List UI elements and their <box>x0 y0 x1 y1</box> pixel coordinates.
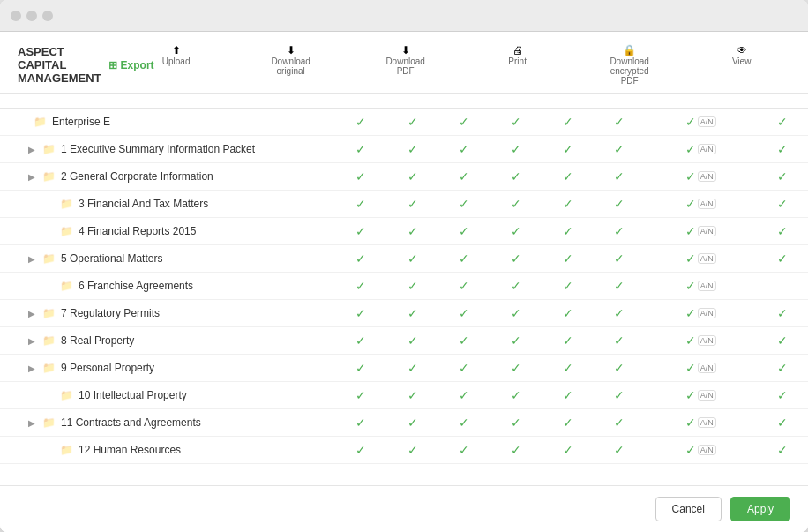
cell-download_enc[interactable]: ✓ <box>542 327 594 355</box>
cell-download_pdf[interactable]: ✓ <box>438 327 490 355</box>
cell-download_pdf[interactable]: ✓ <box>438 382 490 409</box>
cell-fence_view[interactable]: ✓A/N <box>645 109 756 136</box>
expand-button[interactable]: ▶ <box>26 172 37 182</box>
cell-print[interactable]: ✓ <box>490 136 542 163</box>
expand-button[interactable]: ▶ <box>26 336 37 346</box>
cell-download_pdf[interactable]: ✓ <box>438 355 490 382</box>
cell-download_original[interactable]: ✓ <box>387 382 439 409</box>
cell-upload[interactable]: ✓ <box>335 355 387 382</box>
cell-print[interactable]: ✓ <box>490 109 542 136</box>
cell-download_enc[interactable]: ✓ <box>542 382 594 409</box>
cell-none[interactable]: ✓ <box>756 136 808 163</box>
cell-download_enc[interactable]: ✓ <box>542 218 594 245</box>
cell-print[interactable]: ✓ <box>490 327 542 355</box>
cell-download_enc[interactable]: ✓ <box>542 409 594 437</box>
cell-fence_view[interactable]: ✓A/N <box>645 409 756 437</box>
cell-none[interactable]: ✓ <box>756 355 808 382</box>
expand-button[interactable]: ▶ <box>26 145 37 154</box>
cell-view[interactable]: ✓ <box>594 109 646 136</box>
cell-view[interactable]: ✓ <box>594 327 646 355</box>
cell-download_original[interactable]: ✓ <box>387 327 439 355</box>
cell-upload[interactable]: ✓ <box>335 245 387 273</box>
expand-button[interactable]: ▶ <box>26 418 37 428</box>
cell-fence_view[interactable]: ✓A/N <box>645 218 756 245</box>
cell-download_original[interactable]: ✓ <box>387 273 439 300</box>
cell-none[interactable]: ✓ <box>756 191 808 218</box>
cell-view[interactable]: ✓ <box>594 136 646 163</box>
cell-view[interactable]: ✓ <box>594 245 646 273</box>
cell-view[interactable]: ✓ <box>594 409 646 437</box>
cancel-button[interactable]: Cancel <box>655 497 722 521</box>
cell-fence_view[interactable]: ✓A/N <box>645 355 756 382</box>
cell-download_enc[interactable]: ✓ <box>542 163 594 191</box>
cell-fence_view[interactable]: ✓A/N <box>645 327 756 355</box>
cell-download_enc[interactable]: ✓ <box>542 437 594 464</box>
cell-view[interactable]: ✓ <box>594 163 646 191</box>
cell-print[interactable]: ✓ <box>490 409 542 437</box>
expand-button[interactable]: ▶ <box>26 254 37 264</box>
cell-download_enc[interactable]: ✓ <box>542 136 594 163</box>
cell-upload[interactable]: ✓ <box>335 437 387 464</box>
cell-upload[interactable]: ✓ <box>335 218 387 245</box>
cell-fence_view[interactable]: ✓A/N <box>645 437 756 464</box>
cell-print[interactable]: ✓ <box>490 245 542 273</box>
cell-download_pdf[interactable]: ✓ <box>438 136 490 163</box>
cell-download_enc[interactable]: ✓ <box>542 300 594 327</box>
cell-none[interactable]: ✓ <box>756 437 808 464</box>
apply-button[interactable]: Apply <box>730 497 790 521</box>
cell-print[interactable]: ✓ <box>490 163 542 191</box>
cell-download_enc[interactable]: ✓ <box>542 355 594 382</box>
cell-print[interactable]: ✓ <box>490 273 542 300</box>
cell-fence_view[interactable]: ✓A/N <box>645 163 756 191</box>
cell-fence_view[interactable]: ✓A/N <box>645 191 756 218</box>
cell-download_original[interactable]: ✓ <box>387 409 439 437</box>
cell-fence_view[interactable]: ✓A/N <box>645 382 756 409</box>
cell-download_pdf[interactable]: ✓ <box>438 245 490 273</box>
cell-upload[interactable]: ✓ <box>335 382 387 409</box>
cell-download_enc[interactable]: ✓ <box>542 273 594 300</box>
cell-download_pdf[interactable]: ✓ <box>438 273 490 300</box>
cell-download_enc[interactable]: ✓ <box>542 191 594 218</box>
cell-upload[interactable]: ✓ <box>335 300 387 327</box>
cell-none[interactable]: ✓ <box>756 300 808 327</box>
cell-none[interactable] <box>756 273 808 300</box>
cell-fence_view[interactable]: ✓A/N <box>645 136 756 163</box>
cell-view[interactable]: ✓ <box>594 191 646 218</box>
expand-button[interactable]: ▶ <box>26 309 37 318</box>
cell-fence_view[interactable]: ✓A/N <box>645 245 756 273</box>
cell-upload[interactable]: ✓ <box>335 163 387 191</box>
cell-none[interactable]: ✓ <box>756 163 808 191</box>
cell-download_pdf[interactable]: ✓ <box>438 218 490 245</box>
cell-print[interactable]: ✓ <box>490 300 542 327</box>
cell-download_pdf[interactable]: ✓ <box>438 109 490 136</box>
cell-print[interactable]: ✓ <box>490 437 542 464</box>
cell-download_original[interactable]: ✓ <box>387 218 439 245</box>
cell-download_original[interactable]: ✓ <box>387 191 439 218</box>
cell-download_pdf[interactable]: ✓ <box>438 437 490 464</box>
cell-print[interactable]: ✓ <box>490 382 542 409</box>
cell-print[interactable]: ✓ <box>490 191 542 218</box>
expand-button[interactable]: ▶ <box>26 363 37 373</box>
cell-download_original[interactable]: ✓ <box>387 136 439 163</box>
cell-print[interactable]: ✓ <box>490 218 542 245</box>
cell-print[interactable]: ✓ <box>490 355 542 382</box>
cell-none[interactable]: ✓ <box>756 382 808 409</box>
cell-view[interactable]: ✓ <box>594 355 646 382</box>
cell-view[interactable]: ✓ <box>594 300 646 327</box>
cell-download_pdf[interactable]: ✓ <box>438 409 490 437</box>
cell-download_original[interactable]: ✓ <box>387 245 439 273</box>
cell-upload[interactable]: ✓ <box>335 327 387 355</box>
cell-download_original[interactable]: ✓ <box>387 437 439 464</box>
cell-view[interactable]: ✓ <box>594 273 646 300</box>
cell-download_pdf[interactable]: ✓ <box>438 191 490 218</box>
cell-view[interactable]: ✓ <box>594 382 646 409</box>
cell-upload[interactable]: ✓ <box>335 191 387 218</box>
cell-view[interactable]: ✓ <box>594 437 646 464</box>
cell-none[interactable]: ✓ <box>756 109 808 136</box>
cell-download_enc[interactable]: ✓ <box>542 109 594 136</box>
cell-none[interactable]: ✓ <box>756 409 808 437</box>
cell-upload[interactable]: ✓ <box>335 109 387 136</box>
cell-fence_view[interactable]: ✓A/N <box>645 273 756 300</box>
export-button[interactable]: ⊞ Export <box>108 59 154 71</box>
cell-none[interactable]: ✓ <box>756 218 808 245</box>
